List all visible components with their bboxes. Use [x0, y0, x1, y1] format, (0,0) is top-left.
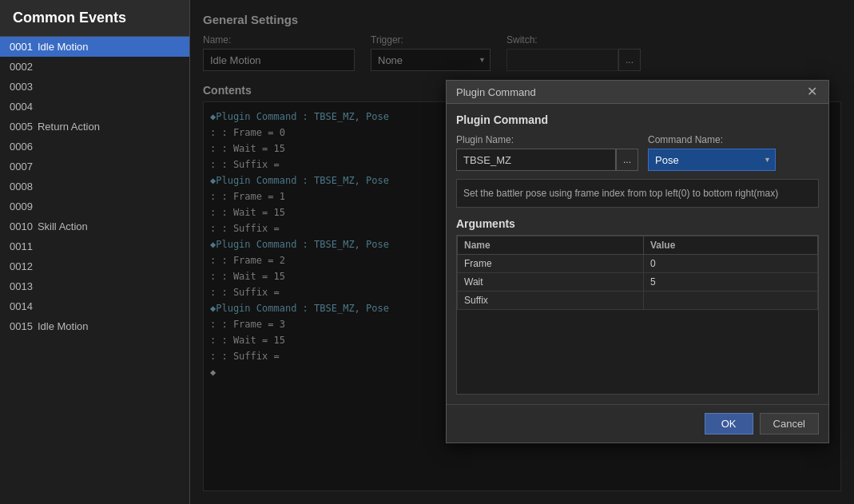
sidebar-item-num: 0015 — [10, 320, 33, 332]
argument-value: 5 — [643, 273, 817, 292]
sidebar-item-num: 0002 — [10, 61, 33, 73]
sidebar-item-num: 0014 — [10, 300, 33, 312]
sidebar-item[interactable]: 0006 — [0, 137, 189, 157]
dialog-close-button[interactable]: ✕ — [805, 85, 819, 98]
dialog-section-title: Plugin Command — [456, 113, 819, 126]
dialog-title-text: Plugin Command — [456, 86, 536, 98]
dialog-body: Plugin Command Plugin Name: ... Command … — [447, 104, 828, 404]
command-select-wrapper: Pose — [648, 149, 776, 171]
plugin-name-input[interactable] — [456, 149, 616, 171]
sidebar: Common Events 0001Idle Motion00020003000… — [0, 0, 190, 504]
sidebar-item-num: 0010 — [10, 220, 33, 232]
sidebar-item-label: Skill Action — [38, 220, 88, 232]
argument-row: Suffix — [458, 292, 818, 310]
sidebar-item[interactable]: 0013 — [0, 276, 189, 296]
sidebar-item-num: 0012 — [10, 260, 33, 272]
main-layout: Common Events 0001Idle Motion00020003000… — [0, 0, 854, 504]
sidebar-item[interactable]: 0007 — [0, 157, 189, 177]
sidebar-item[interactable]: 0002 — [0, 57, 189, 77]
sidebar-item[interactable]: 0004 — [0, 97, 189, 117]
sidebar-item-num: 0003 — [10, 81, 33, 93]
col-name: Name — [458, 236, 644, 255]
col-value: Value — [643, 236, 817, 255]
argument-row: Frame0 — [458, 255, 818, 273]
sidebar-item[interactable]: 0005Return Action — [0, 117, 189, 137]
argument-value: 0 — [643, 255, 817, 273]
dialog-plugin-row: Plugin Name: ... Command Name: Pose — [456, 134, 819, 171]
sidebar-item-label: Idle Motion — [38, 320, 89, 332]
sidebar-item-num: 0004 — [10, 101, 33, 113]
plugin-name-label: Plugin Name: — [456, 134, 638, 145]
arguments-title: Arguments — [456, 217, 819, 230]
sidebar-item-num: 0005 — [10, 121, 33, 133]
argument-row: Wait5 — [458, 273, 818, 292]
sidebar-item-label: Return Action — [38, 121, 100, 133]
sidebar-item[interactable]: 0001Idle Motion — [0, 37, 189, 57]
command-name-field: Command Name: Pose — [648, 134, 776, 171]
argument-name: Suffix — [458, 292, 644, 310]
sidebar-item-num: 0007 — [10, 161, 33, 173]
argument-value — [643, 292, 817, 310]
sidebar-item-num: 0006 — [10, 141, 33, 153]
sidebar-item[interactable]: 0012 — [0, 256, 189, 276]
ok-button[interactable]: OK — [705, 413, 753, 435]
sidebar-item-label: Idle Motion — [38, 41, 89, 53]
sidebar-item[interactable]: 0009 — [0, 196, 189, 216]
cancel-button[interactable]: Cancel — [760, 413, 819, 435]
plugin-name-ellipsis-button[interactable]: ... — [616, 149, 638, 171]
dialog-titlebar: Plugin Command ✕ — [447, 81, 828, 104]
arguments-area: Name Value Frame0Wait5Suffix — [456, 235, 819, 395]
dialog-footer: OK Cancel — [447, 404, 828, 442]
argument-name: Frame — [458, 255, 644, 273]
command-name-select[interactable]: Pose — [648, 149, 776, 171]
sidebar-item[interactable]: 0008 — [0, 177, 189, 196]
sidebar-item-num: 0001 — [10, 41, 33, 53]
sidebar-item-num: 0009 — [10, 200, 33, 212]
sidebar-item-num: 0011 — [10, 240, 33, 252]
sidebar-item[interactable]: 0015Idle Motion — [0, 316, 189, 336]
sidebar-item-num: 0013 — [10, 280, 33, 292]
argument-name: Wait — [458, 273, 644, 292]
sidebar-item[interactable]: 0010Skill Action — [0, 216, 189, 236]
command-name-label: Command Name: — [648, 134, 776, 145]
plugin-name-field: Plugin Name: ... — [456, 134, 638, 171]
sidebar-list: 0001Idle Motion0002000300040005Return Ac… — [0, 37, 189, 504]
arguments-table: Name Value Frame0Wait5Suffix — [457, 236, 818, 310]
sidebar-item[interactable]: 0011 — [0, 236, 189, 256]
main-content: General Settings Name: Trigger: None Swi… — [190, 0, 854, 504]
plugin-name-row: ... — [456, 149, 638, 171]
sidebar-item[interactable]: 0014 — [0, 296, 189, 316]
sidebar-title: Common Events — [0, 0, 189, 37]
plugin-command-dialog: Plugin Command ✕ Plugin Command Plugin N… — [446, 80, 829, 443]
sidebar-item-num: 0008 — [10, 181, 33, 192]
sidebar-item[interactable]: 0003 — [0, 77, 189, 97]
dialog-description: Set the battler pose using frame index f… — [456, 179, 819, 208]
